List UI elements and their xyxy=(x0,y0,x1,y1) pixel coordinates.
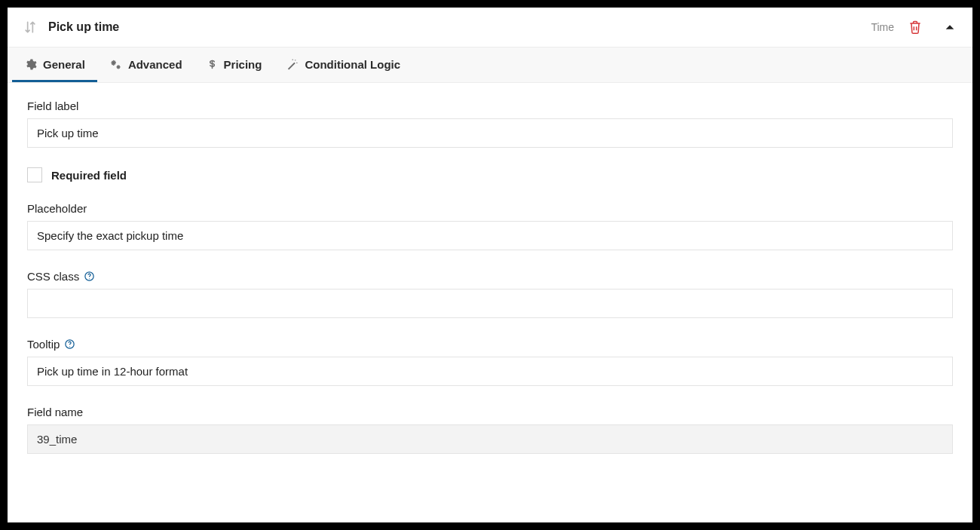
placeholder-input[interactable] xyxy=(27,221,953,250)
tab-label: Advanced xyxy=(128,58,182,71)
field-name-group: Field name xyxy=(27,406,953,454)
tab-bar: General Advanced Pricing xyxy=(8,47,972,83)
magic-wand-icon xyxy=(286,58,299,71)
tooltip-label-text: Tooltip xyxy=(27,338,60,351)
field-name-label: Field name xyxy=(27,406,953,418)
css-class-label: CSS class xyxy=(27,270,953,283)
help-icon[interactable] xyxy=(64,339,75,350)
svg-point-4 xyxy=(292,59,293,60)
dollar-icon xyxy=(207,58,218,71)
form-body: Field label Required field Placeholder C… xyxy=(8,83,972,475)
tooltip-group: Tooltip xyxy=(27,338,953,386)
svg-point-6 xyxy=(89,278,90,279)
gear-icon xyxy=(24,58,37,71)
tab-advanced[interactable]: Advanced xyxy=(97,47,194,82)
drag-handle-icon[interactable] xyxy=(23,20,38,35)
svg-point-8 xyxy=(69,346,70,347)
svg-point-3 xyxy=(297,63,298,63)
field-name-input xyxy=(27,424,953,454)
tab-general[interactable]: General xyxy=(12,47,97,82)
field-type-label: Time xyxy=(871,21,894,33)
tab-pricing[interactable]: Pricing xyxy=(194,47,274,82)
tab-label: General xyxy=(43,58,85,71)
tab-conditional-logic[interactable]: Conditional Logic xyxy=(274,47,412,82)
required-field-row: Required field xyxy=(27,167,953,182)
field-label-input[interactable] xyxy=(27,118,953,148)
panel-title: Pick up time xyxy=(48,20,119,34)
help-icon[interactable] xyxy=(84,271,95,282)
placeholder-label: Placeholder xyxy=(27,202,953,215)
tab-label: Pricing xyxy=(224,58,262,71)
delete-button[interactable] xyxy=(905,17,926,38)
required-checkbox[interactable] xyxy=(27,167,42,182)
gears-icon xyxy=(109,58,122,71)
required-label: Required field xyxy=(51,169,127,182)
placeholder-group: Placeholder xyxy=(27,202,953,250)
panel-header: Pick up time Time xyxy=(8,8,972,47)
tab-label: Conditional Logic xyxy=(305,58,400,71)
css-class-input[interactable] xyxy=(27,289,953,318)
field-label-group: Field label xyxy=(27,100,953,148)
collapse-button[interactable] xyxy=(936,18,957,36)
css-class-label-text: CSS class xyxy=(27,270,79,283)
field-label-label: Field label xyxy=(27,100,953,112)
field-editor-panel: Pick up time Time General xyxy=(8,8,972,522)
tooltip-input[interactable] xyxy=(27,357,953,386)
css-class-group: CSS class xyxy=(27,270,953,318)
tooltip-label: Tooltip xyxy=(27,338,953,351)
svg-point-2 xyxy=(295,60,296,60)
